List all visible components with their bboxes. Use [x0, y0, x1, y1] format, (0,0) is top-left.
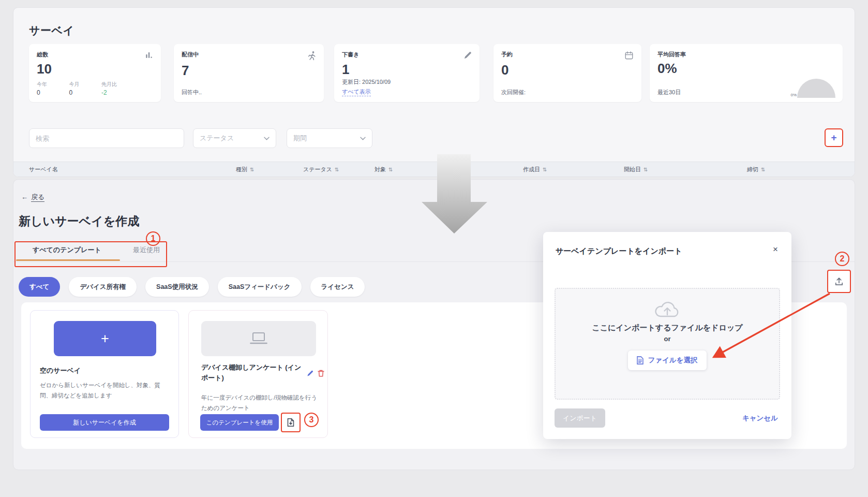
active-tab-underline	[16, 259, 120, 261]
pill-saas-feedback[interactable]: SaaSフィードバック	[218, 277, 302, 297]
survey-table-header: サーベイ名 種別⇅ ステータス⇅ 対象⇅ 作成日⇅ 開始日⇅ 締切⇅	[13, 162, 855, 177]
stat-total-this-year: 今年 0	[37, 81, 47, 96]
chevron-down-icon	[264, 137, 270, 140]
modal-title: サーベイテンプレートをインポート	[556, 246, 682, 256]
stat-scheduled-label: 予約	[501, 51, 513, 59]
pill-all[interactable]: すべて	[19, 277, 60, 297]
dropzone-instruction: ここにインポートするファイルをドロップ	[592, 323, 742, 333]
cancel-link[interactable]: キャンセル	[742, 414, 778, 423]
col-type[interactable]: 種別⇅	[236, 166, 254, 173]
upload-icon	[834, 277, 844, 286]
col-start[interactable]: 開始日⇅	[624, 166, 648, 173]
calendar-icon	[624, 51, 634, 60]
annotation-step-1: 1	[146, 231, 160, 246]
blank-survey-description: ゼロから新しいサーベイを開始し、対象、質問、締切などを追加します	[40, 380, 170, 401]
col-created[interactable]: 作成日⇅	[523, 166, 547, 173]
period-filter-select[interactable]: 期間	[287, 128, 372, 148]
stat-card-draft: 下書き 1 更新日: 2025/10/09 すべて表示	[334, 44, 480, 102]
use-template-button[interactable]: このテンプレートを使用	[200, 414, 279, 431]
import-template-modal: サーベイテンプレートをインポート × ここにインポートするファイルをドロップ o…	[543, 232, 791, 439]
stat-card-scheduled: 予約 0 次回開催:	[493, 44, 641, 102]
bar-chart-icon	[145, 51, 153, 59]
response-rate-gauge: 0%	[790, 79, 835, 98]
stat-draft-updated: 更新日: 2025/10/09	[342, 79, 391, 85]
sort-icon: ⇅	[643, 167, 648, 172]
pencil-icon	[463, 51, 472, 60]
stat-total-vs-last-month: 先月比 -2	[101, 81, 117, 96]
col-survey-name[interactable]: サーベイ名	[29, 166, 58, 173]
stat-card-active: 配信中 7 回答中..	[174, 44, 324, 102]
sort-icon: ⇅	[250, 167, 254, 172]
blank-survey-title: 空のサーベイ	[40, 366, 81, 376]
survey-dashboard-panel: サーベイ 総数 10 今年 0 今月 0 先月比	[13, 7, 855, 177]
stat-draft-label: 下書き	[342, 51, 359, 59]
stat-active-label: 配信中	[182, 51, 199, 59]
template-title: デバイス棚卸しアンケート (インポート)	[201, 362, 305, 383]
stat-card-total: 総数 10 今年 0 今月 0 先月比 -2	[29, 44, 161, 102]
page-title: サーベイ	[29, 23, 74, 38]
delete-template-icon[interactable]	[316, 369, 325, 378]
sort-icon: ⇅	[388, 167, 393, 172]
stat-total-value: 10	[29, 59, 161, 77]
add-survey-button[interactable]: +	[825, 128, 843, 147]
back-link[interactable]: ←戻る	[21, 193, 44, 202]
runner-icon	[307, 51, 316, 61]
import-toolbar-button[interactable]	[827, 270, 851, 293]
cloud-upload-icon	[654, 299, 681, 319]
annotation-step-2: 2	[835, 252, 849, 266]
close-icon[interactable]: ×	[773, 244, 778, 255]
app-canvas: サーベイ 総数 10 今年 0 今月 0 先月比	[0, 0, 868, 497]
sort-icon: ⇅	[335, 167, 339, 172]
file-icon	[637, 356, 643, 364]
file-dropzone[interactable]: ここにインポートするファイルをドロップ or ファイルを選択	[555, 288, 780, 400]
tab-recently-used[interactable]: 最近使用	[133, 245, 160, 255]
file-export-icon	[287, 418, 294, 427]
create-survey-heading: 新しいサーベイを作成	[19, 213, 139, 229]
stat-total-this-month: 今月 0	[69, 81, 79, 96]
stat-draft-value: 1	[334, 60, 480, 78]
dropzone-or: or	[664, 335, 671, 343]
template-thumbnail	[201, 321, 316, 356]
gauge-semicircle	[797, 79, 835, 98]
import-button[interactable]: インポート	[555, 408, 605, 428]
stat-card-avg-response: 平均回答率 0% 最近30日 0%	[650, 44, 843, 102]
sort-icon: ⇅	[543, 167, 547, 172]
laptop-icon	[248, 332, 269, 345]
col-status[interactable]: ステータス⇅	[303, 166, 339, 173]
stat-scheduled-note: 次回開催:	[501, 89, 526, 95]
pill-license[interactable]: ライセンス	[310, 277, 365, 297]
col-target[interactable]: 対象⇅	[375, 166, 393, 173]
stat-total-label: 総数	[37, 51, 48, 59]
stat-scheduled-value: 0	[493, 60, 641, 78]
annotation-step-3: 3	[304, 413, 319, 427]
select-file-label: ファイルを選択	[648, 356, 697, 365]
view-all-link[interactable]: すべて表示	[342, 88, 371, 96]
template-category-pills: すべて デバイス所有権 SaaS使用状況 SaaSフィードバック ライセンス	[19, 277, 365, 297]
export-template-button[interactable]	[281, 413, 301, 432]
select-file-button[interactable]: ファイルを選択	[628, 350, 706, 370]
edit-template-icon[interactable]	[305, 369, 315, 378]
sort-icon: ⇅	[761, 167, 765, 172]
tab-all-templates[interactable]: すべてのテンプレート	[33, 245, 101, 255]
back-arrow-icon: ←	[21, 193, 28, 201]
template-description: 年に一度デバイスの棚卸し/現物確認を行うためのアンケート	[201, 392, 318, 413]
status-filter-select[interactable]: ステータス	[193, 128, 276, 148]
stat-avg-label: 平均回答率	[657, 51, 686, 59]
blank-survey-card: + 空のサーベイ ゼロから新しいサーベイを開始し、対象、質問、締切などを追加しま…	[30, 310, 179, 438]
create-new-survey-button[interactable]: 新しいサーベイを作成	[40, 414, 169, 431]
pill-device-ownership[interactable]: デバイス所有権	[69, 277, 137, 297]
stat-avg-value: 0%	[650, 59, 843, 77]
stat-active-note: 回答中..	[182, 89, 202, 95]
blank-survey-plus-tile[interactable]: +	[54, 321, 156, 356]
search-input[interactable]	[29, 128, 184, 148]
chevron-down-icon	[360, 137, 366, 140]
pill-saas-usage[interactable]: SaaS使用状況	[145, 277, 209, 297]
gauge-label: 0%	[790, 93, 797, 97]
stat-avg-note: 最近30日	[657, 89, 681, 95]
col-deadline[interactable]: 締切⇅	[747, 166, 765, 173]
stat-active-value: 7	[174, 61, 324, 79]
